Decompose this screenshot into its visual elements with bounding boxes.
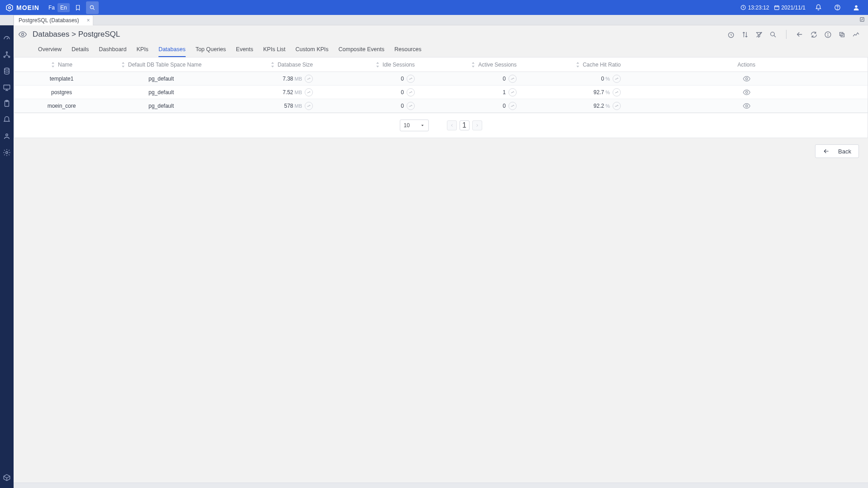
th-active: Active Sessions xyxy=(478,62,517,68)
th-actions: Actions xyxy=(738,62,755,68)
chart-mini-icon[interactable] xyxy=(613,88,621,96)
sidebar-users-icon[interactable] xyxy=(3,132,11,140)
back-arrow-icon[interactable] xyxy=(796,30,804,38)
subnav-overview[interactable]: Overview xyxy=(38,46,62,57)
td-name: postgres xyxy=(51,89,72,96)
language-switcher: Fa En xyxy=(46,3,70,12)
td-chr-val: 92.7 xyxy=(594,89,604,96)
lang-en-button[interactable]: En xyxy=(58,3,70,12)
svg-marker-0 xyxy=(6,4,13,11)
prev-page-button[interactable] xyxy=(447,120,457,130)
th-tablespace: Default DB Table Space Name xyxy=(128,62,202,68)
td-size-unit: MB xyxy=(295,90,302,95)
svg-point-17 xyxy=(6,134,8,136)
sort-icon[interactable] xyxy=(575,62,580,67)
svg-marker-38 xyxy=(472,66,475,67)
subnav-composite-events[interactable]: Composite Events xyxy=(339,46,384,57)
alert-icon[interactable] xyxy=(824,31,832,38)
page-size-value: 10 xyxy=(404,122,410,129)
td-size-unit: MB xyxy=(295,76,302,81)
subnav-dashboard[interactable]: Dashboard xyxy=(99,46,126,57)
sort-icon[interactable] xyxy=(51,62,55,67)
sidebar-cube-icon[interactable] xyxy=(3,474,11,482)
sort-icon[interactable] xyxy=(471,62,475,67)
chart-mini-icon[interactable] xyxy=(407,102,415,110)
search-button[interactable] xyxy=(86,1,99,14)
td-tablespace: pg_default xyxy=(149,103,174,109)
subnav-kpis-list[interactable]: KPIs List xyxy=(263,46,285,57)
sort-icon[interactable] xyxy=(741,31,749,38)
chart-mini-icon[interactable] xyxy=(508,88,517,96)
chart-mini-icon[interactable] xyxy=(508,75,517,83)
back-arrow-icon xyxy=(823,148,830,155)
chart-icon[interactable] xyxy=(852,31,860,38)
refresh-icon[interactable] xyxy=(810,31,818,38)
subnav-details[interactable]: Details xyxy=(72,46,89,57)
clear-filter-icon[interactable] xyxy=(755,31,763,38)
subnav-top-queries[interactable]: Top Queries xyxy=(196,46,226,57)
user-button[interactable] xyxy=(850,1,863,14)
notifications-button[interactable] xyxy=(812,1,825,14)
td-chr-val: 92.2 xyxy=(594,103,604,109)
chart-mini-icon[interactable] xyxy=(407,75,415,83)
tab-postgresql-databases[interactable]: PostgreSQL (Databases) × xyxy=(14,15,93,25)
subnav-events[interactable]: Events xyxy=(236,46,253,57)
sidebar-monitor-icon[interactable] xyxy=(3,83,11,91)
brand-logo-icon xyxy=(5,4,14,12)
sidebar-gauge-icon[interactable] xyxy=(3,34,11,43)
chart-mini-icon[interactable] xyxy=(305,102,313,110)
tabstrip-expand-button[interactable] xyxy=(859,16,865,23)
sidebar-alerts-icon[interactable] xyxy=(3,116,11,124)
view-row-icon[interactable] xyxy=(743,88,751,96)
view-row-icon[interactable] xyxy=(743,102,751,110)
svg-point-2 xyxy=(90,5,93,9)
svg-point-10 xyxy=(6,52,8,53)
svg-marker-44 xyxy=(421,125,423,126)
sidebar-database-icon[interactable] xyxy=(3,67,11,75)
th-name: Name xyxy=(58,62,72,68)
pop-out-icon[interactable] xyxy=(838,31,846,38)
sidebar-topology-icon[interactable] xyxy=(3,51,11,59)
sort-icon[interactable] xyxy=(375,62,380,67)
sort-icon[interactable] xyxy=(121,62,125,67)
table-row: postgres pg_default 7.52MB 0 1 92.7% xyxy=(14,86,868,99)
td-tablespace: pg_default xyxy=(149,89,174,96)
chevron-down-icon xyxy=(420,123,425,128)
lang-fa-button[interactable]: Fa xyxy=(46,3,58,12)
th-chr: Cache Hit Ratio xyxy=(583,62,621,68)
td-name: template1 xyxy=(50,76,74,82)
subnav-databases[interactable]: Databases xyxy=(158,46,186,57)
svg-marker-40 xyxy=(576,66,579,67)
svg-rect-28 xyxy=(841,33,844,37)
sort-icon[interactable] xyxy=(270,62,275,67)
help-button[interactable] xyxy=(831,1,844,14)
page-size-select[interactable]: 10 xyxy=(400,120,429,131)
td-active: 1 xyxy=(503,89,506,96)
timer-icon[interactable] xyxy=(727,31,735,38)
top-header: MOEIN Fa En 13:23:12 2021/11/1 xyxy=(0,0,868,15)
subnav-kpis[interactable]: KPIs xyxy=(136,46,148,57)
svg-point-26 xyxy=(828,35,828,36)
bookmark-button[interactable] xyxy=(72,1,84,14)
subnav-custom-kpis[interactable]: Custom KPIs xyxy=(296,46,329,57)
chart-mini-icon[interactable] xyxy=(613,102,621,110)
search-icon[interactable] xyxy=(769,31,777,38)
subnav-resources[interactable]: Resources xyxy=(394,46,422,57)
back-button[interactable]: Back xyxy=(815,144,859,158)
next-page-button[interactable] xyxy=(472,120,482,130)
th-size: Database Size xyxy=(278,62,313,68)
svg-point-42 xyxy=(745,91,748,93)
page-number-button[interactable]: 1 xyxy=(460,120,470,130)
view-row-icon[interactable] xyxy=(743,75,751,83)
tab-close-icon[interactable]: × xyxy=(87,17,90,24)
brand-name: MOEIN xyxy=(16,4,39,11)
chart-mini-icon[interactable] xyxy=(305,88,313,96)
chart-mini-icon[interactable] xyxy=(407,88,415,96)
sidebar-settings-icon[interactable] xyxy=(3,148,11,157)
chart-mini-icon[interactable] xyxy=(508,102,517,110)
sidebar-clipboard-icon[interactable] xyxy=(3,100,11,108)
chart-mini-icon[interactable] xyxy=(613,75,621,83)
back-label: Back xyxy=(838,148,851,155)
svg-marker-34 xyxy=(271,66,274,67)
chart-mini-icon[interactable] xyxy=(305,75,313,83)
